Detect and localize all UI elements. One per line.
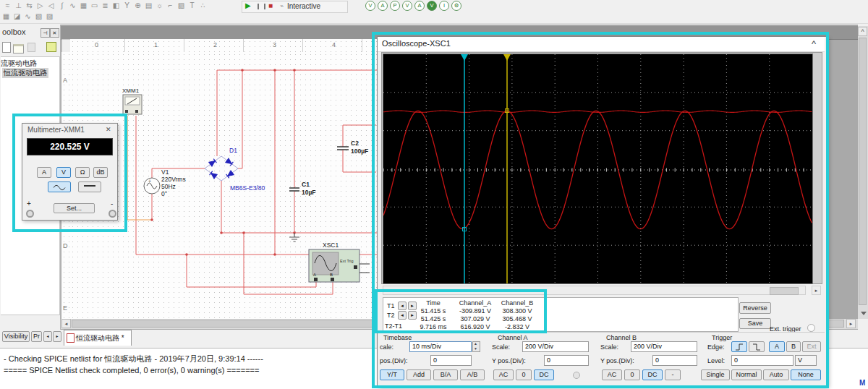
power-probe-icon[interactable]: P [390,1,400,11]
place-source-icon[interactable]: ≈ [2,1,13,10]
current-rms-probe-icon[interactable]: A [414,1,425,11]
oscilloscope-dialog[interactable]: Oscilloscope-XSC1 ^ ► T1 ◄ ► T2 ◄ ► T2-T… [377,36,827,386]
place-cmos-icon[interactable]: ∿ [67,1,78,10]
place-misc-icon[interactable]: Y [122,1,132,10]
place-analog-icon[interactable]: ◁ [46,1,56,10]
scope-scroll-right-icon[interactable]: ► [812,286,821,295]
trigger-b-button[interactable]: B [786,341,801,352]
ac-signal-button[interactable] [48,181,71,192]
scope-screen[interactable] [383,54,813,284]
ab-button[interactable]: A/B [460,369,485,380]
trigger-none-button[interactable]: None [791,369,821,380]
voltage-reference-probe-icon[interactable]: V [427,1,437,11]
multimeter-titlebar[interactable]: Multimeter-XMM1 ✕ [22,124,116,137]
channel-a-scale-input[interactable]: 200 V/Div [522,341,589,352]
set-button[interactable]: Set... [54,203,95,213]
vscroll-thumb[interactable] [859,38,867,305]
place-mixed-icon[interactable]: ▭ [89,1,100,10]
ba-button[interactable]: B/A [433,369,458,380]
ext-trigger-terminal[interactable] [807,324,815,332]
canvas-vscrollbar[interactable]: ^ [858,26,868,319]
dc-signal-button[interactable] [78,181,101,192]
tab-scroll-right-icon[interactable]: ► [53,331,61,342]
tab-visibility[interactable]: Visibility [2,331,30,342]
reverse-button[interactable]: Reverse [739,302,771,314]
differential-voltage-probe-icon[interactable]: V [402,1,412,11]
electrical-rules-check-icon[interactable]: ▨ [44,12,55,21]
tree-item-project[interactable]: 流驱动电路 [1,59,37,69]
trigger-single-button[interactable]: Single [701,369,730,380]
channel-b-ac-button[interactable]: AC [602,369,622,380]
mode-ampere-button[interactable]: A [37,167,51,178]
rising-edge-button[interactable] [731,341,747,352]
timebase-xpos-input[interactable]: 0 [430,355,472,366]
place-mcu-icon[interactable]: ⌐ [165,1,176,10]
channel-b-ypos-input[interactable]: 0 [652,355,697,366]
place-misc-digital-icon[interactable]: ▦ [78,1,89,10]
channel-b-dc-button[interactable]: DC [642,369,663,380]
trigger-a-button[interactable]: A [769,341,785,352]
place-rf-icon[interactable]: ⊕ [132,1,143,10]
mode-db-button[interactable]: dB [93,167,108,178]
place-ttl-icon[interactable]: ∫ [56,1,67,10]
channel-a-dc-button[interactable]: DC [534,369,554,380]
toolbox-close-button[interactable]: ✕ [50,28,59,38]
collapse-chevron-icon[interactable]: ^ [812,38,816,49]
multimeter-dialog[interactable]: Multimeter-XMM1 ✕ 220.525 V A V Ω dB + S… [22,123,118,221]
place-transistor-icon[interactable]: ▷ [35,1,46,10]
open-folder-icon[interactable] [13,44,24,54]
multimeter-close-icon[interactable]: ✕ [106,126,111,133]
current-probe-icon[interactable]: A [378,1,388,11]
place-basic-icon[interactable]: ⊥ [13,1,24,10]
mode-ohm-button[interactable]: Ω [75,167,90,178]
save-button[interactable]: Save [739,318,771,329]
add-button[interactable]: Add [407,369,431,380]
toolbox-dock-button[interactable]: ⊣ [41,28,50,38]
channel-a-ypos-input[interactable]: 0 [544,355,589,366]
falling-edge-button[interactable] [749,341,765,352]
channel-a-ac-button[interactable]: AC [493,369,514,380]
scope-hscroll-thumb[interactable] [770,287,799,295]
stop-button[interactable]: ■ [268,1,273,9]
plus-terminal[interactable] [26,210,34,218]
scroll-left-icon[interactable]: ◄ [61,319,71,328]
document-tab[interactable]: 恒流驱动电路 * [64,330,132,346]
place-text-icon[interactable]: T [187,1,197,10]
tab-scroll-left-icon[interactable]: ◄ [43,331,52,342]
channel-b-neg-button[interactable]: - [665,369,681,380]
oscilloscope-titlebar[interactable]: Oscilloscope-XSC1 ^ [378,37,825,52]
place-power-icon[interactable]: ◧ [111,1,122,10]
new-document-icon[interactable] [2,42,11,53]
trigger-auto-button[interactable]: Auto [763,369,789,380]
run-button[interactable]: ▶ [245,1,251,9]
pause-button[interactable] [258,4,265,9]
probe-settings-icon[interactable]: ⚙ [451,1,461,11]
timebase-scale-input[interactable]: 10 ms/Div [409,341,472,352]
place-graphics-icon[interactable]: ∴ [197,1,208,10]
mode-volt-button[interactable]: V [56,167,71,178]
scroll-right-icon[interactable]: ► [846,319,856,328]
grapher-icon[interactable]: ◪ [12,12,22,21]
scroll-up-icon[interactable]: ^ [858,27,867,36]
place-electromech-icon[interactable]: ▤ [143,1,154,10]
spinner-up-icon[interactable]: ▲ [474,341,477,346]
save-icon[interactable] [27,43,35,52]
channel-a-0-button[interactable]: 0 [516,369,532,380]
place-hierarchical-icon[interactable]: ▧ [176,1,187,10]
analysis-icon[interactable]: ∿ [22,12,33,21]
spinner-down-icon[interactable]: ▼ [474,346,477,351]
channel-b-scale-input[interactable]: 200 V/Div [631,341,697,352]
t1-left-icon[interactable]: ◄ [398,302,407,310]
timebase-spinner[interactable]: ▲ ▼ [472,341,480,352]
channel-b-0-button[interactable]: 0 [624,369,640,380]
t2-left-icon[interactable]: ◄ [398,311,407,320]
trigger-unit-select[interactable]: V [795,355,817,366]
scroll-down-icon[interactable] [861,312,867,315]
voltage-probe-icon[interactable]: V [365,1,375,11]
minus-terminal[interactable] [109,210,116,218]
place-connector-icon[interactable]: ☼ [154,1,165,10]
trigger-ext-button[interactable]: Ext [802,341,821,352]
yt-button[interactable]: Y/T [380,369,404,380]
trigger-normal-button[interactable]: Normal [731,369,762,380]
tab-project[interactable]: Pr [31,331,42,342]
